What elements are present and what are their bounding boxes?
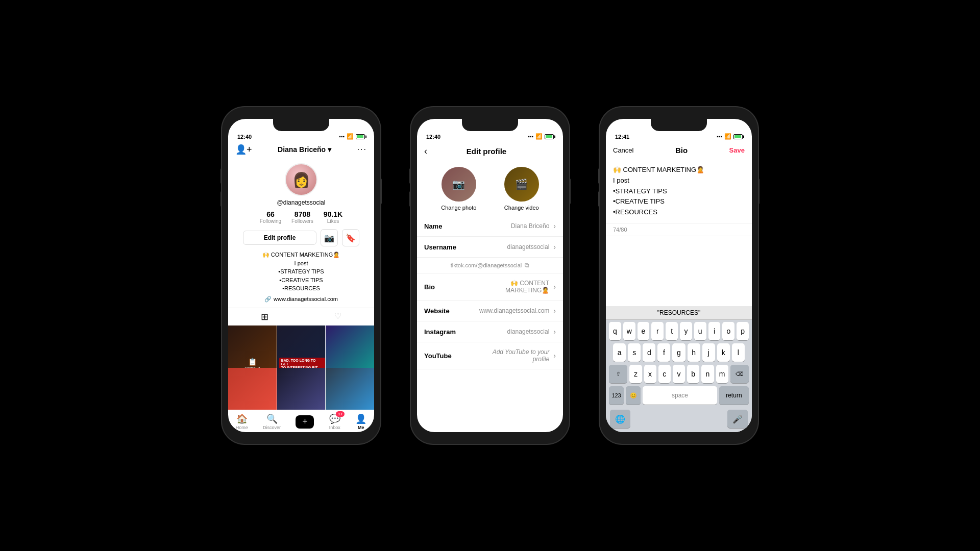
key-space[interactable]: space (643, 386, 717, 405)
home-indicator[interactable] (276, 438, 327, 440)
key-w[interactable]: w (623, 322, 635, 340)
key-a[interactable]: a (613, 343, 626, 362)
key-y[interactable]: y (680, 322, 692, 340)
youtube-value: Add YouTube to your profile › (474, 348, 556, 363)
change-video-item[interactable]: 🎬 Change video (504, 167, 539, 211)
copy-icon[interactable]: ⧉ (525, 262, 529, 269)
key-g[interactable]: g (672, 343, 685, 362)
followers-stat[interactable]: 8708 Followers (291, 210, 313, 224)
add-friend-icon[interactable]: 👤+ (235, 144, 252, 155)
key-shift[interactable]: ⇧ (609, 365, 627, 383)
bio-content-line-5: •RESOURCES (613, 207, 745, 218)
key-i[interactable]: i (708, 322, 721, 340)
save-button[interactable]: Save (729, 146, 745, 154)
key-v[interactable]: v (673, 365, 685, 383)
inbox-badge-count: 17 (336, 411, 345, 417)
volume-down-button-3[interactable] (598, 168, 600, 184)
globe-icon[interactable]: 🌐 (610, 410, 630, 428)
key-k[interactable]: k (717, 343, 730, 362)
nav-home[interactable]: 🏠 Home (236, 413, 248, 430)
key-return[interactable]: return (719, 386, 749, 405)
instagram-field[interactable]: Instagram dianagetssocial › (417, 321, 563, 342)
volume-up-button-3[interactable] (598, 191, 600, 207)
key-j[interactable]: j (702, 343, 715, 362)
home-indicator-3[interactable] (653, 438, 704, 440)
bio-edit-header: Cancel Bio Save (606, 143, 752, 160)
instagram-link-button[interactable]: 📷 (321, 229, 338, 246)
key-c[interactable]: c (658, 365, 671, 383)
volume-up-button[interactable] (220, 191, 222, 207)
key-z[interactable]: z (629, 365, 642, 383)
back-button[interactable]: ‹ (424, 146, 427, 157)
key-emoji[interactable]: 😊 (626, 386, 641, 405)
microphone-icon[interactable]: 🎤 (727, 410, 748, 428)
tiktok-url: tiktok.com/@dianagetssocial (451, 262, 522, 268)
home-indicator-2[interactable] (464, 438, 516, 440)
video-overlay: 🎬 (504, 167, 539, 202)
phone-2: 12:40 ▪▪▪ 📶 ‹ Edit profile 📷 (411, 107, 569, 444)
key-d[interactable]: d (643, 343, 655, 362)
grid-item-4[interactable] (228, 368, 277, 410)
key-f[interactable]: f (657, 343, 670, 362)
key-t[interactable]: t (666, 322, 678, 340)
bio-field[interactable]: Bio 🙌 CONTENT MARKETING🙎 › (417, 273, 563, 300)
key-numbers[interactable]: 123 (609, 386, 624, 405)
name-field[interactable]: Name Diana Briceño › (417, 216, 563, 237)
key-h[interactable]: h (688, 343, 700, 362)
username-field[interactable]: Username dianagetssocial › (417, 237, 563, 258)
instagram-value: dianagetssocial › (507, 328, 556, 336)
nav-create[interactable]: + (296, 415, 314, 429)
key-backspace[interactable]: ⌫ (730, 365, 749, 383)
username-display[interactable]: Diana Briceño ▾ (278, 145, 331, 154)
grid-item-5[interactable] (277, 368, 326, 410)
grid-item-2[interactable]: BAD, TOO LONG TO GETTO INTERESTING BIT (277, 325, 326, 374)
avatar[interactable]: 👩 (285, 163, 317, 196)
key-r[interactable]: r (651, 322, 664, 340)
edit-profile-button[interactable]: Edit profile (243, 231, 317, 245)
key-q[interactable]: q (609, 322, 621, 340)
key-m[interactable]: m (716, 365, 728, 383)
volume-down-button[interactable] (220, 168, 222, 184)
key-b[interactable]: b (687, 365, 699, 383)
change-video-label: Change video (504, 205, 539, 211)
nav-discover[interactable]: 🔍 Discover (263, 413, 281, 430)
cancel-button[interactable]: Cancel (613, 146, 633, 154)
key-n[interactable]: n (701, 365, 714, 383)
volume-up-button-2[interactable] (409, 191, 411, 207)
key-p[interactable]: p (737, 322, 749, 340)
bookmark-button[interactable]: 🔖 (342, 229, 359, 246)
profile-link[interactable]: 🔗 www.dianagetssocial.com (228, 295, 374, 306)
key-u[interactable]: u (694, 322, 706, 340)
home-icon: 🏠 (236, 413, 248, 424)
power-button-3[interactable] (758, 179, 760, 204)
phone-3: 12:41 ▪▪▪ 📶 Cancel Bio Save 🙌 CONTENT MA… (600, 107, 758, 444)
home-label: Home (236, 425, 248, 430)
nav-me[interactable]: 👤 Me (355, 413, 366, 430)
bio-text-area[interactable]: 🙌 CONTENT MARKETING🙎 I post •STRATEGY TI… (606, 160, 752, 223)
following-stat[interactable]: 66 Following (260, 210, 281, 224)
key-o[interactable]: o (722, 322, 734, 340)
liked-videos-icon[interactable]: ♡ (334, 311, 341, 322)
key-s[interactable]: s (628, 343, 641, 362)
keyboard-suggestion[interactable]: "RESOURCES" (606, 306, 752, 320)
grid-item-3[interactable]: ▶ 1038 (326, 325, 374, 374)
power-button-2[interactable] (569, 179, 571, 204)
volume-down-button-2[interactable] (409, 168, 411, 184)
grid-item-6[interactable] (326, 368, 374, 410)
youtube-field[interactable]: YouTube Add YouTube to your profile › (417, 342, 563, 369)
username-value: dianagetssocial › (507, 243, 556, 251)
more-options-icon[interactable]: ··· (357, 145, 367, 154)
power-button[interactable] (380, 179, 382, 204)
likes-stat[interactable]: 90.1K Likes (324, 210, 342, 224)
nav-inbox[interactable]: 💬 17 Inbox (329, 413, 340, 430)
key-x[interactable]: x (644, 365, 656, 383)
dropdown-icon[interactable]: ▾ (328, 145, 331, 154)
change-photo-item[interactable]: 📷 Change photo (441, 167, 476, 211)
grid-item-1[interactable]: 📋 Drafts: 3 (228, 325, 277, 374)
char-count: 74/80 (606, 223, 752, 236)
key-l[interactable]: l (732, 343, 745, 362)
website-field[interactable]: Website www.dianagetssocial.com › (417, 300, 563, 321)
key-e[interactable]: e (638, 322, 650, 340)
grid-view-icon[interactable]: ⊞ (261, 311, 268, 322)
website-label: Website (424, 307, 465, 315)
